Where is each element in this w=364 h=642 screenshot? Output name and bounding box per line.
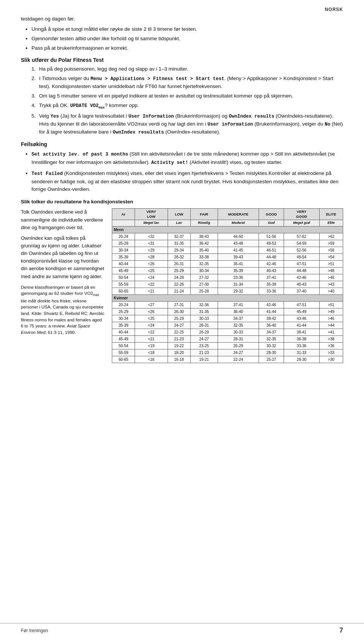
data-cell: >40 (319, 288, 343, 294)
data-cell: 40-43 (284, 281, 320, 288)
data-cell: <21 (135, 335, 168, 342)
data-cell: 47-51 (284, 301, 320, 308)
table-row: 40-44 <26 26-31 32-35 36-41 42-46 47-51 … (112, 260, 343, 267)
data-cell: 29-32 (218, 288, 259, 294)
data-cell: 41-45 (218, 247, 259, 253)
data-cell: 43-46 (284, 315, 320, 322)
male-section-header: Menn (112, 226, 343, 233)
data-cell: 33-38 (190, 253, 218, 260)
data-cell: 49-54 (284, 253, 320, 260)
data-cell: 35-39 (218, 267, 259, 274)
table-row: 45-49 <21 21-23 24-27 28-31 32-35 36-38 … (112, 335, 343, 342)
table-row: 45-49 <25 25-29 30-34 35-39 40-43 44-48 … (112, 267, 343, 274)
feilsoking-list: Set activity lev. of past 3 months (Stil… (31, 150, 343, 194)
data-cell: 34-37 (259, 329, 284, 335)
col-header-g: GOOD (259, 209, 284, 220)
section1-title: Slik utfører du Polar Fitness Test (21, 57, 343, 63)
step-1: 1. Ha på deg pulssensoren, legg deg ned … (31, 65, 343, 73)
data-cell: 32-35 (218, 322, 259, 329)
age-cell: 25-29 (112, 308, 135, 315)
data-cell: >44 (319, 322, 343, 329)
data-cell: >46 (319, 274, 343, 281)
age-cell: 40-44 (112, 260, 135, 267)
table-row: 35-39 <24 24-27 28-31 32-35 36-40 41-44 … (112, 322, 343, 329)
col-subheader-e: Elite (319, 220, 343, 227)
data-cell: 32-36 (190, 301, 218, 308)
list-item: Set activity lev. of past 3 months (Stil… (31, 150, 343, 167)
data-cell: 19-21 (190, 356, 218, 363)
data-cell: 51-56 (259, 233, 284, 240)
data-cell: 31-34 (218, 281, 259, 288)
data-cell: 24-27 (190, 335, 218, 342)
step-5: 5. Velg Yes (Ja) for å lagre testresulta… (31, 112, 343, 136)
data-cell: 33-36 (218, 274, 259, 281)
table-row: 20-24 <27 27-31 32-36 37-41 42-46 47-51 … (112, 301, 343, 308)
no-option: No (325, 122, 330, 127)
age-cell: 25-29 (112, 240, 135, 247)
data-cell: <16 (135, 356, 168, 363)
table-row: 60-65 <16 16-18 19-21 22-24 25-27 28-30 … (112, 356, 343, 363)
data-cell: 19-22 (168, 342, 190, 349)
data-cell: 45-49 (284, 308, 320, 315)
data-cell: 26-30 (168, 308, 190, 315)
data-cell: 26-31 (168, 260, 190, 267)
table-row: 25-29 <26 26-30 31-35 36-40 41-44 45-49 … (112, 308, 343, 315)
age-cell: 60-65 (112, 288, 135, 294)
col-subheader-g: God (259, 220, 284, 227)
age-cell: 50-54 (112, 342, 135, 349)
col-header-m: MODERATE (218, 209, 259, 220)
data-cell: 37-40 (284, 288, 320, 294)
left-para-2: OwnIndex kan også tolkes på grunnlag av … (21, 234, 104, 280)
data-cell: 28-31 (190, 322, 218, 329)
data-cell: 54-59 (284, 240, 320, 247)
data-cell: 44-48 (284, 267, 320, 274)
step-text: Trykk på OK. UPDATE VO2max? kommer opp. (39, 102, 139, 110)
steps-list: 1. Ha på deg pulssensoren, legg deg ned … (31, 65, 343, 136)
age-cell: 60-65 (112, 356, 135, 363)
table-row: 55-59 <22 22-26 27-30 31-34 35-39 40-43 … (112, 281, 343, 288)
data-cell: 47-51 (284, 260, 320, 267)
age-cell: 35-39 (112, 253, 135, 260)
data-cell: <22 (135, 281, 168, 288)
step-3: 3. Om lag 5 minutter senere vil en pipel… (31, 92, 343, 100)
data-cell: 32-37 (168, 233, 190, 240)
table-row: 50-54 <19 19-22 23-25 26-29 30-32 33-36 … (112, 342, 343, 349)
right-table-col: Ar VERYLOW LOW FAIR MODERATE GOOD VERYGO… (112, 208, 343, 363)
left-para-1: Tolk OwnIndex verdiene ved å sammenligne… (21, 208, 104, 231)
data-cell: 22-24 (218, 356, 259, 363)
data-cell: 31-35 (168, 240, 190, 247)
left-text-col: Tolk OwnIndex verdiene ved å sammenligne… (21, 208, 104, 363)
data-cell: 25-27 (259, 356, 284, 363)
data-cell: 28-30 (259, 349, 284, 356)
data-cell: >59 (319, 240, 343, 247)
data-cell: 32-35 (259, 335, 284, 342)
data-cell: 26-29 (218, 342, 259, 349)
data-cell: 35-40 (190, 247, 218, 253)
data-cell: 28-31 (218, 335, 259, 342)
data-cell: 24-28 (168, 274, 190, 281)
data-cell: 29-34 (168, 247, 190, 253)
col-subheader-f: Rimelig (190, 220, 218, 227)
data-cell: <19 (135, 342, 168, 349)
data-cell: <24 (135, 322, 168, 329)
data-cell: 40-43 (259, 267, 284, 274)
age-cell: 50-54 (112, 274, 135, 281)
table-row: 30-34 <29 29-34 35-40 41-45 46-51 52-56 … (112, 247, 343, 253)
col-header-age: Ar (112, 209, 135, 220)
data-cell: >48 (319, 267, 343, 274)
col-subheader-m: Moderat (218, 220, 259, 227)
data-cell: 36-41 (218, 260, 259, 267)
data-cell: <29 (135, 247, 168, 253)
table-row: 55-59 <18 18-20 21-23 24-27 28-30 31-33 … (112, 349, 343, 356)
feilsoking-title: Feilsøking (21, 141, 343, 147)
data-cell: 22-25 (168, 329, 190, 335)
table-row: 25-29 <31 31-35 36-42 43-48 49-53 54-59 … (112, 240, 343, 247)
ownindex-results: OwnIndex results (229, 114, 274, 119)
age-cell: 30-34 (112, 315, 135, 322)
step-text: Ha på deg pulssensoren, legg deg ned og … (39, 65, 188, 73)
data-cell: >41 (319, 329, 343, 335)
bottom-bar: Før treningen 7 (0, 623, 364, 634)
data-cell: 21-23 (190, 349, 218, 356)
list-item: Pass på at brukerinformasjonen er korrek… (31, 44, 343, 52)
language-label: NORSK (325, 7, 343, 12)
